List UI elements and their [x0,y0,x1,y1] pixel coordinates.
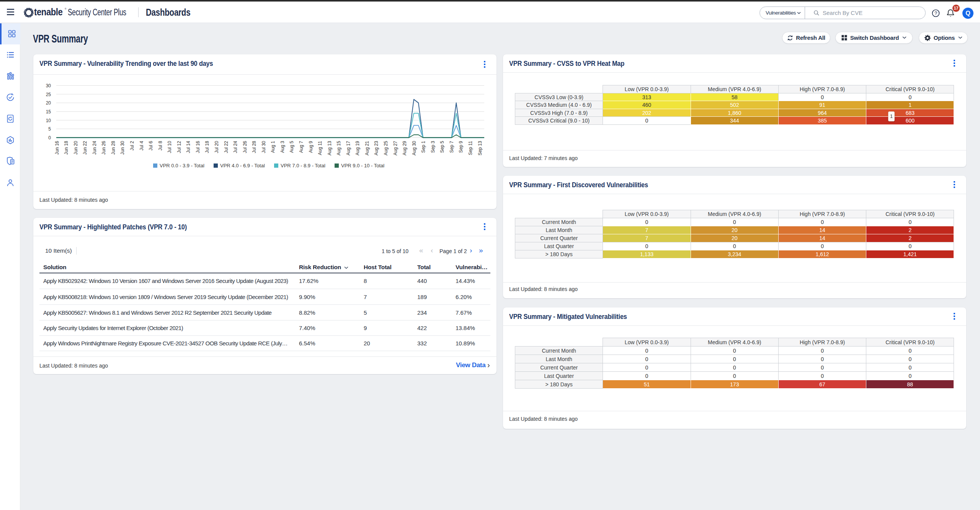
svg-text:Aug 25: Aug 25 [383,141,389,155]
svg-text:10: 10 [46,118,51,123]
svg-text:Aug 21: Aug 21 [364,141,370,155]
svg-text:Jun 22: Jun 22 [82,141,88,155]
svg-text:Jun 18: Jun 18 [64,141,69,155]
svg-text:Aug 17: Aug 17 [346,141,351,155]
svg-text:Jul 6: Jul 6 [148,141,154,151]
svg-text:Sep 1: Sep 1 [421,141,426,153]
svg-text:?: ? [934,10,937,16]
svg-text:Jul 14: Jul 14 [186,141,191,153]
svg-text:Jul 24: Jul 24 [233,141,238,153]
svg-text:5: 5 [48,126,51,132]
svg-text:Jun 16: Jun 16 [54,141,60,155]
svg-text:Aug 27: Aug 27 [393,141,398,155]
svg-text:VPR 7.0 - 8.9 - Total: VPR 7.0 - 8.9 - Total [281,163,325,168]
svg-text:Aug 29: Aug 29 [402,141,407,155]
svg-text:Aug 3: Aug 3 [280,141,285,153]
svg-text:Aug 1: Aug 1 [270,141,276,153]
svg-text:Jun 28: Jun 28 [111,141,116,155]
svg-text:Aug 5: Aug 5 [289,141,294,153]
svg-text:Sep 3: Sep 3 [430,141,436,153]
svg-text:Sep 7: Sep 7 [449,141,454,153]
svg-text:Jul 10: Jul 10 [167,141,172,153]
svg-text:Jun 20: Jun 20 [73,141,78,155]
svg-text:Jul 18: Jul 18 [204,141,210,153]
svg-text:Sep 13: Sep 13 [477,141,483,155]
svg-text:VPR 4.0 - 6.9 - Total: VPR 4.0 - 6.9 - Total [220,163,265,168]
svg-text:Jun 30: Jun 30 [120,141,125,155]
svg-text:Aug 11: Aug 11 [317,141,323,155]
svg-text:Jul 4: Jul 4 [139,141,144,151]
svg-text:Jul 22: Jul 22 [224,141,229,153]
svg-text:Jun 26: Jun 26 [101,141,106,155]
svg-text:15: 15 [46,109,51,114]
svg-text:Aug 23: Aug 23 [374,141,379,155]
svg-text:Jul 26: Jul 26 [242,141,248,153]
svg-text:Jul 28: Jul 28 [252,141,257,153]
svg-text:Jun 24: Jun 24 [92,141,97,155]
svg-text:Jul 30: Jul 30 [261,141,266,153]
svg-text:Sep 11: Sep 11 [468,141,473,155]
svg-text:Aug 7: Aug 7 [299,141,304,153]
svg-text:Sep 5: Sep 5 [439,141,445,153]
svg-text:Jul 16: Jul 16 [195,141,201,153]
svg-text:Aug 15: Aug 15 [336,141,341,155]
svg-text:Jul 8: Jul 8 [158,141,163,151]
svg-text:Sep 9: Sep 9 [458,141,464,153]
svg-text:20: 20 [46,100,51,106]
svg-text:Jul 2: Jul 2 [129,141,135,151]
svg-text:Aug 19: Aug 19 [355,141,360,155]
svg-text:0: 0 [48,135,51,141]
svg-text:Aug 9: Aug 9 [308,141,314,153]
svg-text:VPR 0.0 - 3.9 - Total: VPR 0.0 - 3.9 - Total [160,163,204,168]
svg-text:VPR 9.0 - 10 - Total: VPR 9.0 - 10 - Total [341,163,384,168]
svg-text:Jul 20: Jul 20 [214,141,219,153]
svg-text:Jul 12: Jul 12 [176,141,182,153]
svg-text:30: 30 [46,83,51,88]
svg-text:Aug 30: Aug 30 [412,141,417,155]
svg-text:Aug 13: Aug 13 [327,141,332,155]
svg-text:25: 25 [46,92,51,97]
